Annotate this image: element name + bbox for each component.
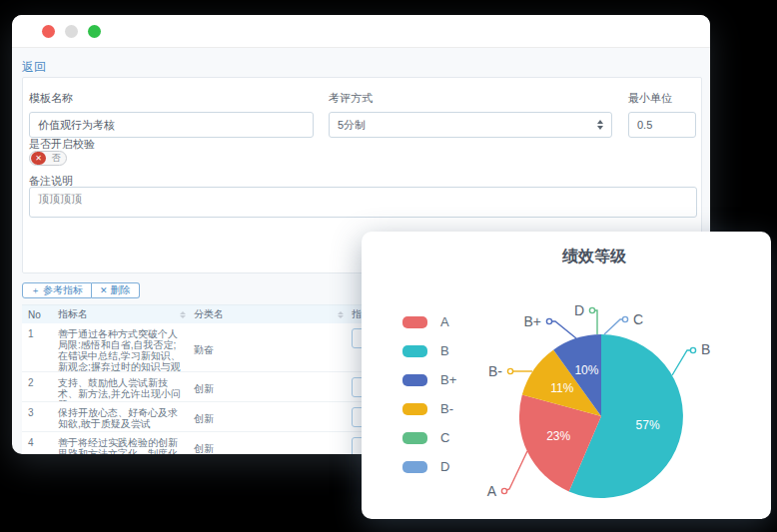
select-arrows-icon: [597, 120, 603, 130]
template-name-input[interactable]: 价值观行为考核: [29, 112, 314, 138]
callout-line-B+: [549, 321, 576, 338]
min-unit-input[interactable]: 0.5: [628, 112, 696, 138]
indicator-name: 保持开放心态、好奇心及求知欲,敢于质疑及尝试: [58, 407, 194, 431]
callout-label-C: C: [633, 311, 643, 327]
pie-percent-label: 11%: [550, 381, 573, 395]
callout-line-C: [604, 319, 625, 334]
category-name: 创新: [194, 407, 352, 431]
callout-line-A: [504, 451, 527, 491]
toggle-state-text: 否: [46, 152, 66, 165]
sort-icon[interactable]: [338, 311, 344, 318]
row-number: 2: [22, 377, 58, 401]
back-link[interactable]: 返回: [22, 59, 46, 76]
row-number: 1: [22, 328, 58, 371]
min-unit-label: 最小单位: [628, 91, 696, 106]
window-titlebar: [12, 15, 710, 48]
eval-method-select[interactable]: 5分制: [329, 112, 612, 138]
validation-toggle-label: 是否开启校验: [29, 137, 95, 152]
indicator-name: 善于将经过实践检验的创新思路和方法文字化、制度化,纳入日常工作流程: [58, 437, 194, 454]
col-header-category: 分类名: [194, 307, 224, 321]
callout-dot-icon: [622, 316, 627, 321]
eval-method-label: 考评方式: [329, 91, 612, 106]
callout-dot-icon: [690, 347, 695, 352]
validation-toggle[interactable]: ✕ 否: [29, 151, 67, 166]
category-name: 创新: [194, 437, 352, 454]
plus-icon: ＋: [31, 284, 40, 297]
close-icon: ✕: [100, 285, 108, 295]
category-name: 创新: [194, 377, 352, 401]
col-header-no: No: [22, 309, 58, 320]
callout-label-B-: B-: [488, 363, 502, 379]
indicator-name: 支持、鼓励他人尝试新技术、新方法,并允许出现小问题: [58, 377, 194, 401]
pie-percent-label: 57%: [636, 418, 660, 432]
callout-dot-icon: [589, 307, 594, 312]
minimize-window-icon[interactable]: [65, 25, 78, 38]
callout-line-D: [592, 310, 597, 334]
callout-label-B+: B+: [523, 313, 541, 329]
maximize-window-icon[interactable]: [88, 25, 101, 38]
performance-chart-card: 绩效等级 ABB+B-CD 57%23%11%10%BAB-B+CD: [362, 232, 771, 519]
indicator-name: 善于通过各种方式突破个人局限:感悟和自省,自我否定;在错误中总结,学习新知识、新…: [58, 328, 194, 371]
category-name: 勤奋: [194, 328, 352, 371]
pie-percent-label: 23%: [546, 429, 570, 443]
delete-button[interactable]: ✕ 删除: [92, 282, 140, 298]
callout-label-B: B: [701, 341, 710, 357]
row-number: 4: [22, 437, 58, 454]
pie-chart: 57%23%11%10%BAB-B+CD: [362, 232, 771, 519]
callout-dot-icon: [501, 488, 506, 493]
table-toolbar: ＋ 参考指标 ✕ 删除: [22, 282, 140, 298]
callout-dot-icon: [546, 318, 551, 323]
callout-line-B: [672, 350, 693, 375]
close-window-icon[interactable]: [42, 25, 55, 38]
remark-textarea[interactable]: 顶顶顶顶: [29, 187, 697, 218]
pie-percent-label: 10%: [574, 363, 598, 377]
callout-label-A: A: [487, 483, 497, 499]
template-name-label: 模板名称: [29, 91, 314, 106]
row-number: 3: [22, 407, 58, 431]
toggle-off-icon: ✕: [31, 152, 46, 165]
sort-icon[interactable]: [180, 311, 186, 318]
add-indicator-button[interactable]: ＋ 参考指标: [22, 282, 92, 298]
col-header-name: 指标名: [58, 307, 88, 321]
callout-dot-icon: [507, 368, 512, 373]
callout-label-D: D: [574, 302, 584, 318]
desktop-background: { "window": { "back_link": "返回" }, "form…: [0, 0, 777, 532]
